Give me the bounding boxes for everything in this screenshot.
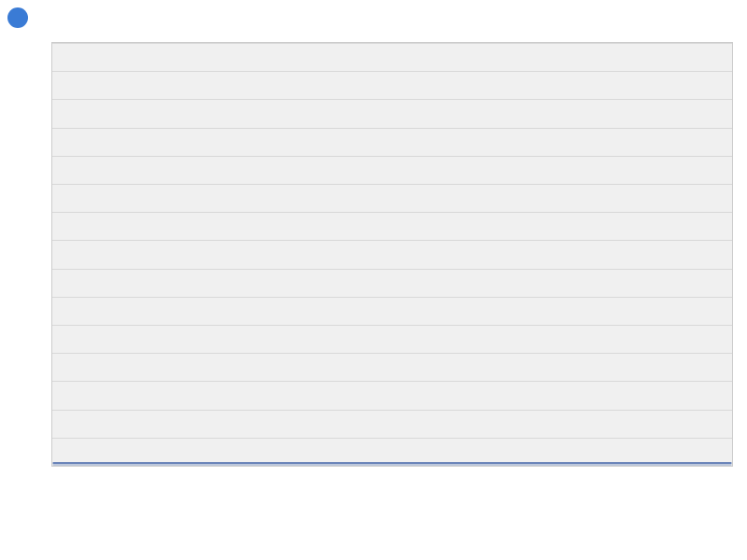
chart-area — [51, 42, 733, 467]
chart-inner — [52, 43, 732, 466]
x-axis — [51, 467, 733, 560]
chart-data-svg — [52, 43, 732, 466]
powered-by-badge — [7, 7, 32, 28]
libchart-logo-icon — [7, 7, 28, 28]
